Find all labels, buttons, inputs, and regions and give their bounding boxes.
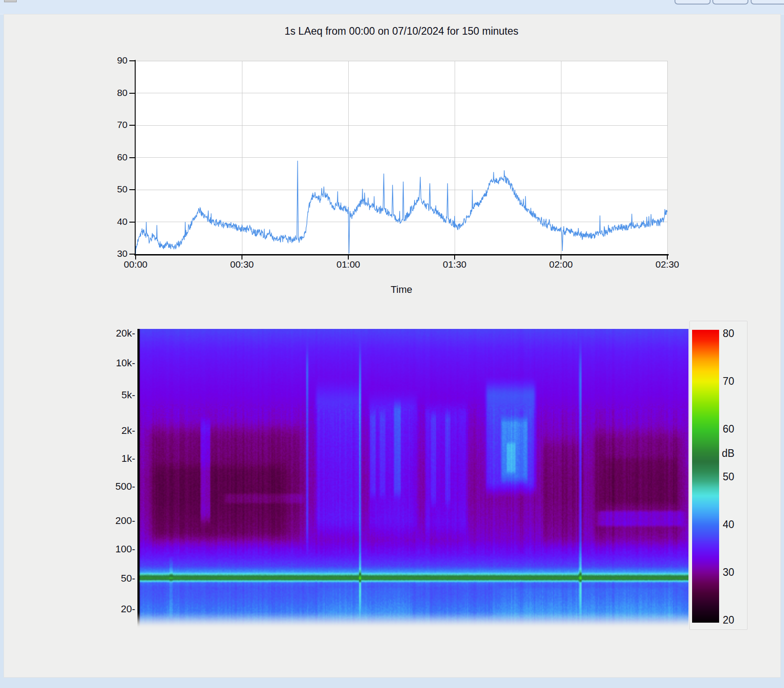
freq-tick-label: 20- — [95, 603, 135, 615]
freq-tick-label: 10k- — [95, 357, 135, 369]
colorbar-tick-label: 80 — [723, 328, 750, 340]
colorbar-tick-label: 30 — [723, 566, 750, 579]
y-tick-mark — [129, 222, 136, 223]
y-tick-label: 80 — [100, 87, 128, 98]
y-tick-label: 90 — [100, 55, 128, 66]
y-tick-mark — [129, 93, 136, 94]
y-tick-mark — [129, 157, 136, 158]
y-tick-mark — [129, 125, 136, 126]
laeq-x-axis-line — [134, 254, 669, 255]
time-axis-title: Time — [136, 284, 667, 296]
freq-tick-label: 50- — [95, 573, 135, 584]
y-tick-mark — [129, 254, 136, 255]
freq-tick-label: 100- — [95, 543, 135, 555]
freq-tick-label: 5k- — [95, 389, 135, 401]
maximize-button[interactable] — [712, 0, 748, 5]
y-tick-label: 70 — [100, 119, 128, 130]
minimize-button[interactable] — [675, 0, 711, 5]
db-unit-label: dB — [722, 447, 749, 460]
freq-tick-label: 20k- — [95, 328, 135, 339]
x-tick-label: 00:30 — [222, 259, 262, 270]
spectrogram-plot[interactable] — [137, 329, 688, 629]
x-tick-label: 01:00 — [328, 259, 369, 270]
titlebar-left-button-fragment[interactable] — [4, 0, 17, 2]
colorbar-tick-label: 70 — [723, 375, 750, 387]
laeq-time-series-plot[interactable] — [136, 61, 667, 254]
close-button[interactable] — [751, 0, 784, 5]
y-tick-mark — [129, 189, 136, 190]
freq-tick-label: 500- — [95, 481, 135, 492]
colorbar-tick-label: 20 — [723, 614, 750, 626]
window-titlebar[interactable] — [0, 0, 784, 14]
app-window: 1s LAeq from 00:00 on 07/10/2024 for 150… — [0, 0, 784, 688]
freq-tick-label: 2k- — [95, 425, 135, 437]
x-tick-label: 01:30 — [434, 259, 475, 270]
colorbar-tick-label: 40 — [723, 519, 750, 531]
y-tick-label: 60 — [100, 152, 128, 163]
y-tick-label: 40 — [100, 216, 128, 227]
y-tick-label: 50 — [100, 184, 128, 195]
x-tick-label: 00:00 — [115, 259, 156, 270]
y-tick-label: 30 — [100, 248, 128, 259]
freq-tick-label: 200- — [95, 515, 135, 527]
colorbar-tick-label: 50 — [723, 471, 750, 483]
y-tick-mark — [129, 60, 136, 61]
colorbar-tick-label: 60 — [723, 423, 750, 435]
laeq-line-series — [136, 161, 667, 254]
x-tick-label: 02:00 — [541, 259, 581, 270]
colorbar-gradient — [692, 330, 719, 623]
x-tick-label: 02:30 — [647, 259, 688, 270]
freq-tick-label: 1k- — [95, 453, 135, 465]
chart-title: 1s LAeq from 00:00 on 07/10/2024 for 150… — [136, 25, 667, 37]
